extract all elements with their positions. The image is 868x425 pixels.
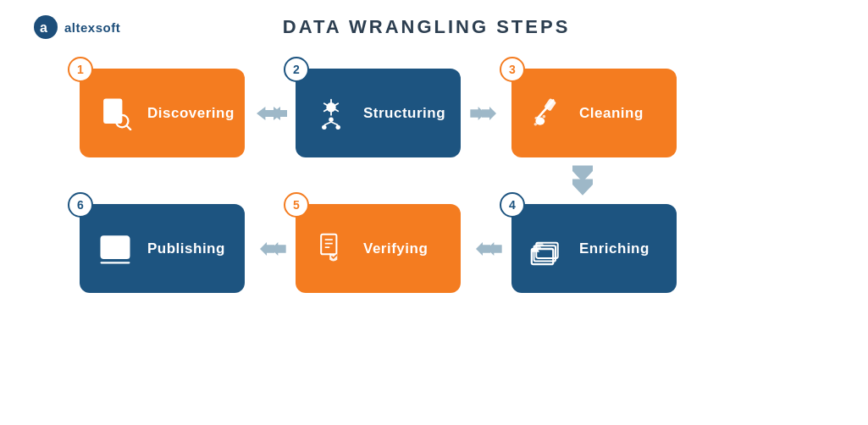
svg-point-12 bbox=[335, 124, 340, 129]
step-number-3: 3 bbox=[500, 57, 525, 82]
arrow-5-6 bbox=[245, 232, 296, 266]
step-number-5: 5 bbox=[284, 192, 309, 218]
arrow-4-5 bbox=[461, 232, 511, 266]
diagram: 1 Discovering bbox=[0, 47, 868, 293]
arrow-2-3 bbox=[461, 97, 511, 130]
arrow-1-2 bbox=[245, 97, 296, 130]
svg-point-21 bbox=[543, 114, 546, 118]
svg-point-28 bbox=[109, 238, 112, 240]
logo: a altexsoft bbox=[34, 15, 120, 39]
step-number-2: 2 bbox=[284, 57, 309, 82]
step-icon-1 bbox=[97, 97, 134, 130]
step-card-2: 2 Structuring bbox=[296, 69, 461, 157]
step-icon-5 bbox=[312, 232, 350, 266]
step-label-2: Structuring bbox=[363, 105, 445, 122]
mid-connector bbox=[25, 157, 843, 204]
svg-line-14 bbox=[331, 122, 338, 125]
bottom-row: 6 Publishing bbox=[25, 204, 843, 293]
step-icon-4 bbox=[528, 232, 566, 266]
svg-text:a: a bbox=[40, 20, 47, 35]
step-icon-3 bbox=[528, 97, 566, 130]
svg-line-7 bbox=[127, 125, 131, 130]
step-number-6: 6 bbox=[68, 192, 93, 218]
step-label-1: Discovering bbox=[147, 105, 235, 122]
page: a altexsoft DATA WRANGLING STEPS 1 bbox=[0, 0, 868, 425]
svg-marker-16 bbox=[482, 107, 496, 120]
svg-point-9 bbox=[329, 105, 334, 109]
step-label-3: Cleaning bbox=[579, 105, 644, 122]
svg-line-13 bbox=[324, 122, 331, 125]
step-card-4: 4 Enriching bbox=[511, 204, 677, 293]
svg-point-11 bbox=[322, 124, 326, 129]
svg-marker-24 bbox=[572, 179, 593, 195]
step-card-5: 5 Verifying bbox=[296, 204, 461, 293]
step-icon-2 bbox=[312, 97, 350, 130]
svg-point-27 bbox=[105, 238, 108, 240]
svg-rect-33 bbox=[321, 234, 336, 254]
step-card-6: 6 Publishing bbox=[80, 204, 245, 293]
logo-icon: a bbox=[34, 15, 58, 39]
step-label-4: Enriching bbox=[579, 240, 650, 257]
logo-text: altexsoft bbox=[64, 20, 120, 35]
svg-point-10 bbox=[329, 117, 333, 121]
step-number-4: 4 bbox=[500, 192, 525, 218]
step-label-6: Publishing bbox=[147, 240, 225, 257]
header: a altexsoft DATA WRANGLING STEPS bbox=[0, 0, 868, 47]
top-row: 1 Discovering bbox=[25, 47, 843, 157]
step-card-3: 3 Cleaning bbox=[511, 69, 677, 157]
svg-point-22 bbox=[534, 122, 538, 125]
page-title: DATA WRANGLING STEPS bbox=[120, 16, 733, 38]
step-icon-6 bbox=[97, 232, 134, 266]
svg-marker-38 bbox=[476, 242, 490, 256]
step-card-1: 1 Discovering bbox=[80, 69, 245, 157]
svg-point-20 bbox=[534, 116, 538, 119]
step-number-1: 1 bbox=[68, 57, 93, 82]
step-label-5: Verifying bbox=[363, 240, 428, 257]
svg-marker-32 bbox=[260, 242, 274, 256]
